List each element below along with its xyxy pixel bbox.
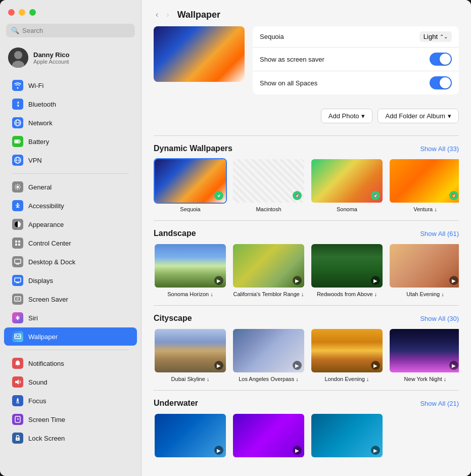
wallpaper-item-redwoods[interactable]: ▶ Redwoods from Above ↓ xyxy=(310,243,384,297)
main-content: ‹ › Wallpaper Sequoia Light ⌃⌄ Show as s… xyxy=(142,0,471,476)
wallpaper-item-macintosh[interactable]: Macintosh xyxy=(232,158,305,212)
sidebar-item-focus[interactable]: Focus xyxy=(4,392,137,410)
sidebar-item-screen-time[interactable]: Screen Time xyxy=(4,410,137,429)
underwater-show-all[interactable]: Show All (21) xyxy=(420,400,459,407)
sidebar-item-notifications[interactable]: Notifications xyxy=(4,354,137,372)
wallpaper-item-utah[interactable]: ▶ Utah Evening ↓ xyxy=(389,243,459,297)
sidebar-item-lock-screen[interactable]: Lock Screen xyxy=(4,429,137,447)
displays-icon xyxy=(12,275,23,286)
back-button[interactable]: ‹ xyxy=(154,9,160,20)
screen-saver-toggle[interactable] xyxy=(430,53,452,66)
sidebar-item-label: Network xyxy=(28,119,53,127)
svg-point-28 xyxy=(17,401,19,403)
wallpaper-name-redwoods: Redwoods from Above ↓ xyxy=(317,291,377,297)
wallpaper-current-name: Sequoia xyxy=(260,33,284,40)
wallpaper-item-losangeles[interactable]: ▶ Los Angeles Overpass ↓ xyxy=(232,328,305,382)
sidebar-item-label: Battery xyxy=(28,138,49,146)
svg-rect-17 xyxy=(18,241,20,243)
window-controls xyxy=(0,0,141,22)
sidebar-item-general[interactable]: General xyxy=(4,178,137,196)
add-photo-label: Add Photo xyxy=(328,112,359,120)
landscape-show-all[interactable]: Show All (61) xyxy=(420,230,459,237)
wallpaper-thumb-uw2: ▶ xyxy=(232,413,305,458)
landscape-wallpaper-grid: ▶ Sonoma Horizon ↓ ▶ California's Temblo… xyxy=(154,243,459,297)
wallpaper-item-newyork[interactable]: ▶ New York Night ↓ xyxy=(389,328,459,382)
sidebar-item-siri[interactable]: Siri xyxy=(4,309,137,327)
sidebar-item-displays[interactable]: Displays xyxy=(4,271,137,290)
sidebar-item-wifi[interactable]: Wi-Fi xyxy=(4,76,137,94)
sidebar-item-appearance[interactable]: Appearance xyxy=(4,215,137,233)
video-badge-utah: ▶ xyxy=(449,276,458,285)
sidebar-item-control-center[interactable]: Control Center xyxy=(4,234,137,252)
sidebar-item-bluetooth[interactable]: Bluetooth xyxy=(4,95,137,113)
accessibility-icon xyxy=(12,200,23,211)
landscape-divider xyxy=(154,220,459,221)
section-underwater: Underwater Show All (21) ▶ ▶ xyxy=(142,395,471,462)
wallpaper-preview-section: Sequoia Light ⌃⌄ Show as screen saver Sh… xyxy=(142,26,471,103)
sidebar-item-vpn[interactable]: VPN xyxy=(4,151,137,169)
sidebar-item-accessibility[interactable]: Accessibility xyxy=(4,197,137,215)
sidebar-item-label: Sound xyxy=(28,378,48,386)
sidebar-item-screen-saver[interactable]: Screen Saver xyxy=(4,290,137,308)
topbar: ‹ › Wallpaper xyxy=(142,0,471,26)
svg-rect-24 xyxy=(15,297,21,301)
sidebar-item-battery[interactable]: Battery xyxy=(4,132,137,151)
add-photo-button[interactable]: Add Photo ▾ xyxy=(321,109,373,123)
wallpaper-name-sequoia: Sequoia xyxy=(180,206,200,212)
cityscape-show-all[interactable]: Show All (30) xyxy=(420,315,459,322)
sidebar-item-network[interactable]: Network xyxy=(4,114,137,132)
close-button[interactable] xyxy=(8,9,15,16)
wallpaper-item-ventura[interactable]: Ventura ↓ xyxy=(389,158,459,212)
wallpaper-item-sonoma[interactable]: Sonoma xyxy=(310,158,384,212)
wallpaper-img-utah xyxy=(390,244,459,288)
user-profile[interactable]: Danny Rico Apple Account xyxy=(0,43,141,74)
wallpaper-item-uw2[interactable]: ▶ xyxy=(232,413,305,458)
focus-icon xyxy=(12,395,23,406)
minimize-button[interactable] xyxy=(19,9,25,16)
wallpaper-item-london[interactable]: ▶ London Evening ↓ xyxy=(310,328,384,382)
search-bar[interactable]: 🔍 xyxy=(6,24,135,37)
wallpaper-thumb-losangeles: ▶ xyxy=(232,328,305,373)
wallpaper-item-uw3[interactable]: ▶ xyxy=(310,413,384,458)
add-folder-chevron: ▾ xyxy=(448,112,451,120)
forward-button[interactable]: › xyxy=(164,9,171,20)
wallpaper-item-sequoia[interactable]: Sequoia xyxy=(154,158,227,212)
video-badge-california: ▶ xyxy=(293,276,302,285)
all-spaces-label: Show on all Spaces xyxy=(260,79,317,87)
wallpaper-item-sonoma-horizon[interactable]: ▶ Sonoma Horizon ↓ xyxy=(154,243,227,297)
sidebar-item-desktop-dock[interactable]: Desktop & Dock xyxy=(4,253,137,271)
bluetooth-icon xyxy=(12,99,23,110)
cityscape-divider xyxy=(154,305,459,306)
wallpaper-name-london: London Evening ↓ xyxy=(324,376,369,382)
vpn-icon xyxy=(12,155,23,166)
all-spaces-toggle[interactable] xyxy=(430,76,452,89)
section-landscape: Landscape Show All (61) ▶ Sonoma Horizon… xyxy=(142,225,471,301)
video-badge-losangeles: ▶ xyxy=(293,361,302,370)
wallpaper-thumb-utah: ▶ xyxy=(389,243,459,289)
maximize-button[interactable] xyxy=(29,9,36,16)
wallpaper-name-dubai: Dubai Skyline ↓ xyxy=(171,376,210,382)
sidebar-item-label: Siri xyxy=(28,314,38,322)
avatar xyxy=(8,47,28,68)
wallpaper-item-dubai[interactable]: ▶ Dubai Skyline ↓ xyxy=(154,328,227,382)
sidebar-item-wallpaper[interactable]: Wallpaper xyxy=(4,327,137,346)
dynamic-section-title: Dynamic Wallpapers xyxy=(154,144,232,153)
add-folder-button[interactable]: Add Folder or Album ▾ xyxy=(378,109,459,123)
sound-icon xyxy=(12,376,23,388)
wallpaper-thumb-dubai: ▶ xyxy=(154,328,227,373)
wallpaper-thumb-uw3: ▶ xyxy=(310,413,384,458)
main-divider xyxy=(154,135,459,136)
wallpaper-item-uw1[interactable]: ▶ xyxy=(154,413,227,458)
search-input[interactable] xyxy=(22,27,130,34)
appearance-icon xyxy=(12,219,23,230)
video-badge-london: ▶ xyxy=(371,361,380,370)
screen-saver-icon xyxy=(12,294,23,305)
sidebar-item-sound[interactable]: Sound xyxy=(4,373,137,391)
light-mode-selector[interactable]: Light ⌃⌄ xyxy=(419,31,452,42)
wallpaper-img-ventura xyxy=(390,159,459,203)
dynamic-show-all[interactable]: Show All (33) xyxy=(420,145,459,153)
wallpaper-item-california[interactable]: ▶ California's Temblor Range ↓ xyxy=(232,243,305,297)
wifi-icon xyxy=(12,80,23,91)
chevron-up-down-icon: ⌃⌄ xyxy=(440,34,448,39)
wallpaper-icon xyxy=(12,331,23,342)
